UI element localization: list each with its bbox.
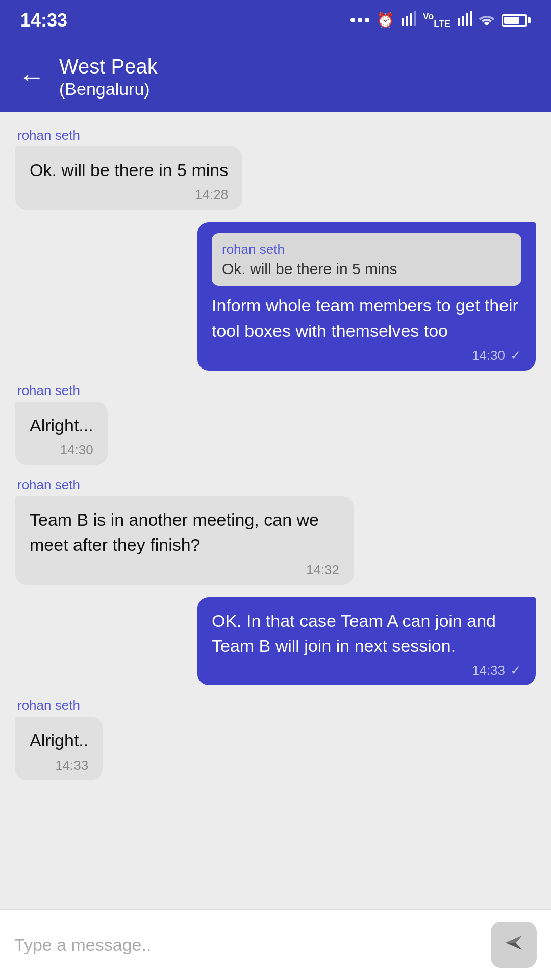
svg-rect-2 [410,13,412,26]
svg-rect-5 [462,16,464,26]
status-time: 14:33 [20,10,67,31]
send-icon [504,934,524,957]
bubble-meta: 14:30 [30,442,93,458]
bubble-meta: 14:32 [30,562,339,578]
bubble-meta: 14:30✓ [212,348,521,363]
alarm-icon: ⏰ [377,12,394,29]
message-row: rohan sethOk. will be there in 5 mins14:… [15,128,242,210]
quoted-bubble: rohan sethOk. will be there in 5 mins [212,233,521,286]
quoted-text: Ok. will be there in 5 mins [222,260,511,278]
bubble-sent: rohan sethOk. will be there in 5 minsInf… [197,222,536,371]
quoted-sender: rohan seth [222,241,511,257]
message-row: rohan sethTeam B is in another meeting, … [15,477,354,585]
battery-icon [502,14,531,27]
bubble-received: Team B is in another meeting, can we mee… [15,496,354,585]
sender-name: rohan seth [15,698,103,714]
status-icons: ⏰ VoLTE [350,11,531,30]
message-check-icon: ✓ [510,663,521,678]
message-row: rohan sethOk. will be there in 5 minsInf… [197,222,536,371]
chat-subtitle: (Bengaluru) [59,79,158,100]
sender-name: rohan seth [15,477,354,493]
bubble-sent: OK. In that case Team A can join and Tea… [197,597,536,686]
chat-area: rohan sethOk. will be there in 5 mins14:… [0,112,551,909]
signal-icon-1 [402,11,416,29]
bubble-time: 14:32 [306,562,339,578]
header-title: West Peak (Bengaluru) [59,54,158,100]
message-row: rohan sethAlright...14:30 [15,383,108,465]
sender-name: rohan seth [15,128,242,143]
status-bar: 14:33 ⏰ VoLTE [0,0,551,41]
message-check-icon: ✓ [510,348,521,363]
wifi-icon [479,12,494,29]
bubble-meta: 14:28 [30,187,228,203]
svg-rect-3 [414,11,416,26]
bubble-received: Alright...14:30 [15,402,108,465]
back-button[interactable]: ← [18,63,45,90]
bubble-time: 14:33 [55,757,88,773]
sender-name: rohan seth [15,383,108,399]
chat-header: ← West Peak (Bengaluru) [0,41,551,112]
svg-rect-4 [458,18,460,26]
svg-rect-1 [406,16,408,26]
bubble-time: 14:28 [195,187,228,203]
bubble-text: Team B is in another meeting, can we mee… [30,507,339,558]
bubble-time: 14:30 [472,348,505,363]
svg-rect-0 [402,18,404,26]
bubble-meta: 14:33✓ [212,663,521,678]
bubble-text: Alright.. [30,728,88,753]
chat-name: West Peak [59,54,158,79]
bubble-received: Alright..14:33 [15,717,103,780]
bubble-time: 14:30 [60,442,93,458]
message-row: OK. In that case Team A can join and Tea… [197,597,536,686]
bubble-time: 14:33 [472,663,505,678]
bubble-received: Ok. will be there in 5 mins14:28 [15,146,242,210]
bubble-text: Alright... [30,413,93,438]
bubble-text: Inform whole team members to get their t… [212,293,521,344]
svg-rect-7 [470,11,472,26]
signal-icon-2 [458,11,472,29]
send-button[interactable] [491,922,537,968]
lte-icon: VoLTE [423,11,450,30]
input-bar [0,909,551,980]
svg-rect-6 [466,13,468,26]
bubble-text: Ok. will be there in 5 mins [30,158,228,183]
signal-dots [350,18,369,22]
bubble-meta: 14:33 [30,757,88,773]
message-row: rohan sethAlright..14:33 [15,698,103,780]
message-input[interactable] [14,935,481,955]
bubble-text: OK. In that case Team A can join and Tea… [212,608,521,659]
